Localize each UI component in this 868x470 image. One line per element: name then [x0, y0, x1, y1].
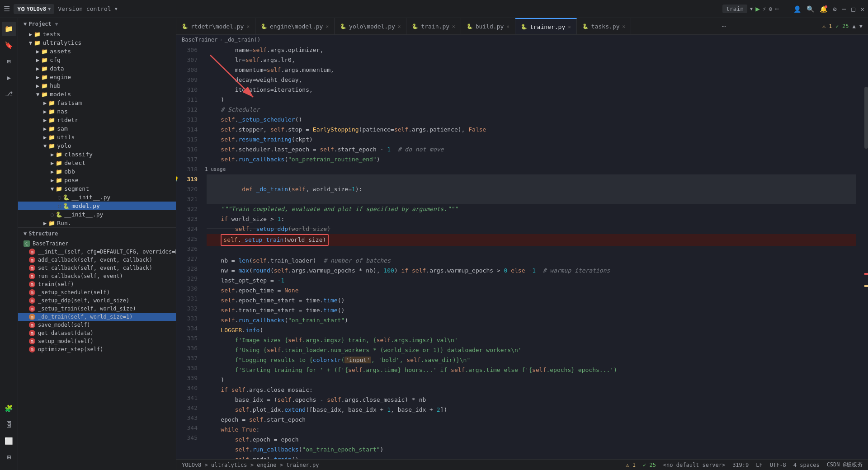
- tree-item-assets[interactable]: ▶ 📁 assets: [18, 47, 176, 56]
- tree-item-pose[interactable]: ▶ 📁 pose: [18, 176, 176, 184]
- structure-setup-ddp[interactable]: m _setup_ddp(self, world_size): [18, 296, 176, 305]
- tree-item-segment[interactable]: ▼ 📁 segment: [18, 184, 176, 193]
- top-icons: 👤 🔍 🔔 ⚙ ─ □ ✕: [793, 5, 864, 13]
- code-line-316: self.scheduler.last_epoch = self.start_e…: [207, 145, 856, 155]
- tab-train-py[interactable]: 🐍 train.py ✕: [406, 18, 461, 34]
- user-icon[interactable]: 👤: [793, 5, 801, 13]
- close-button[interactable]: ✕: [861, 5, 864, 13]
- tab-engine-model[interactable]: 🐍 engine\model.py ✕: [255, 18, 335, 34]
- minimize-button[interactable]: ─: [842, 5, 846, 13]
- engine-link[interactable]: engine: [257, 462, 276, 468]
- python-file-icon: 🐍: [261, 24, 267, 29]
- tree-item-init-py-1[interactable]: ○ 🐍 __init__.py: [18, 193, 176, 202]
- sidebar-item-git[interactable]: ⎇: [2, 87, 16, 101]
- tab-rtdetr-model[interactable]: 🐍 rtdetr\model.py ✕: [176, 18, 255, 34]
- run-button[interactable]: ▶: [755, 5, 760, 13]
- version-control-btn[interactable]: Version control: [58, 5, 111, 12]
- structure-base-trainer[interactable]: C BaseTrainer: [18, 240, 176, 248]
- tab-yolo-model[interactable]: 🐍 yolo\model.py ✕: [335, 18, 406, 34]
- code-line-340: self.plot_idx.extend([base_idx, base_idx…: [207, 405, 856, 415]
- tree-item-yolo[interactable]: ▼ 📁 yolo: [18, 141, 176, 150]
- tree-item-detect[interactable]: ▶ 📁 detect: [18, 159, 176, 167]
- tab-close-icon[interactable]: ✕: [452, 24, 455, 29]
- structure-train[interactable]: m train(self): [18, 280, 176, 288]
- tree-item-data[interactable]: ▶ 📁 data: [18, 64, 176, 73]
- tab-close-icon[interactable]: ✕: [246, 24, 250, 29]
- tree-item-rtdetr[interactable]: ▶ 📁 rtdetr: [18, 116, 176, 124]
- tab-trainer-py[interactable]: 🐍 trainer.py ✕: [515, 18, 577, 34]
- status-indent[interactable]: 4 spaces: [793, 462, 820, 468]
- tree-item-init-py-2[interactable]: ○ 🐍 __init__.py: [18, 210, 176, 219]
- tab-close-icon[interactable]: ✕: [326, 24, 329, 29]
- structure-setup-model[interactable]: m setup_model(self): [18, 337, 176, 345]
- sidebar-item-terminal[interactable]: ⬜: [2, 434, 16, 448]
- tree-item-obb[interactable]: ▶ 📁 obb: [18, 167, 176, 176]
- project-panel-header[interactable]: ▼ Project ▼: [18, 18, 176, 30]
- structure-setup-scheduler[interactable]: m _setup_scheduler(self): [18, 288, 176, 296]
- tabs-more-button[interactable]: ⋯: [717, 23, 731, 30]
- status-encoding[interactable]: UTF-8: [770, 462, 786, 468]
- structure-init[interactable]: m __init__(self, cfg=DEFAULT_CFG, overri…: [18, 248, 176, 256]
- maximize-button[interactable]: □: [851, 5, 855, 13]
- status-lf[interactable]: LF: [756, 462, 762, 468]
- structure-panel: ▼ Structure C BaseTrainer m __init__(sel…: [18, 227, 176, 357]
- structure-setup-train[interactable]: m _setup_train(self, world_size): [18, 305, 176, 313]
- structure-optimizer-step[interactable]: m optimizer_step(self): [18, 345, 176, 353]
- profile-icon[interactable]: ⚙: [769, 5, 773, 12]
- tab-close-icon[interactable]: ✕: [398, 24, 401, 29]
- tab-label: train.py: [421, 23, 449, 30]
- debug-icon[interactable]: ⚡: [763, 5, 766, 12]
- tree-item-tests[interactable]: ▶ 📁 tests: [18, 30, 176, 38]
- chevron-down-icon[interactable]: ▼: [859, 23, 863, 29]
- hamburger-menu[interactable]: ☰: [4, 5, 10, 13]
- tab-close-icon[interactable]: ✕: [568, 24, 571, 30]
- structure-get-dataset[interactable]: m get_dataset(data): [18, 329, 176, 337]
- structure-run-callbacks[interactable]: m run_callbacks(self, event): [18, 272, 176, 280]
- structure-set-callback[interactable]: m set_callback(self, event, callback): [18, 264, 176, 272]
- chevron-down-icon[interactable]: ▼: [750, 6, 753, 11]
- right-scrollbar-gutter[interactable]: [862, 45, 868, 459]
- more-icon[interactable]: ⋯: [775, 5, 778, 12]
- tree-item-model-py[interactable]: ○ 🐍 model.py: [18, 202, 176, 210]
- structure-save-model[interactable]: m save_model(self): [18, 321, 176, 329]
- tab-tasks-py[interactable]: 🐍 tasks.py ✕: [577, 18, 631, 34]
- trainer-link[interactable]: trainer.py: [286, 462, 319, 468]
- tree-item-utils[interactable]: ▶ 📁 utils: [18, 133, 176, 141]
- tree-item-fastsam[interactable]: ▶ 📁 fastsam: [18, 99, 176, 107]
- chevron-down-icon[interactable]: ▼: [48, 6, 51, 11]
- structure-panel-header[interactable]: ▼ Structure: [18, 228, 176, 240]
- yolov8-link[interactable]: YOLOv8: [182, 462, 201, 468]
- sidebar-item-project[interactable]: 📁: [2, 22, 16, 36]
- chevron-down-icon[interactable]: ▼: [115, 6, 118, 11]
- code-content[interactable]: 1 usage name=self.args.optimizer, lr=sel…: [201, 45, 862, 459]
- structure-add-callback[interactable]: m add_callback(self, event, callback): [18, 256, 176, 264]
- tree-item-models[interactable]: ▼ 📁 models: [18, 90, 176, 99]
- tree-item-ultralytics[interactable]: ▼ 📁 ultralytics: [18, 38, 176, 47]
- status-file-path: YOLOv8 > ultralytics > engine > trainer.…: [182, 462, 319, 468]
- tree-item-nas[interactable]: ▶ 📁 nas: [18, 107, 176, 116]
- tree-item-cfg[interactable]: ▶ 📁 cfg: [18, 56, 176, 64]
- search-icon[interactable]: 🔍: [807, 5, 814, 13]
- sidebar-item-plugins[interactable]: 🧩: [2, 401, 16, 416]
- chevron-up-icon[interactable]: ▲: [853, 23, 856, 29]
- tree-item-sam[interactable]: ▶ 📁 sam: [18, 124, 176, 133]
- ultralytics-link[interactable]: ultralytics: [211, 462, 247, 468]
- tree-item-classify[interactable]: ▶ 📁 classify: [18, 150, 176, 159]
- tab-close-icon[interactable]: ✕: [506, 24, 509, 29]
- tab-build-py[interactable]: 🐍 build.py ✕: [461, 18, 515, 34]
- settings-icon[interactable]: ⚙: [833, 5, 836, 13]
- sidebar-item-structure[interactable]: ⊞: [2, 450, 16, 465]
- tree-item-hub[interactable]: ▶ 📁 hub: [18, 81, 176, 90]
- tree-item-run[interactable]: ▶ 📁 Run.: [18, 219, 176, 227]
- tab-close-icon[interactable]: ✕: [622, 24, 625, 29]
- tree-item-engine[interactable]: ▶ 📁 engine: [18, 73, 176, 81]
- sidebar-item-run[interactable]: ▶: [2, 70, 16, 85]
- structure-do-train[interactable]: m _do_train(self, world_size=1): [18, 313, 176, 321]
- sidebar-item-search[interactable]: ⊞: [2, 54, 16, 69]
- breadcrumb-do-train[interactable]: _do_train(): [225, 37, 260, 43]
- sidebar-item-bookmarks[interactable]: 🔖: [2, 38, 16, 52]
- notification-bell-icon[interactable]: 🔔: [820, 5, 827, 13]
- breadcrumb-base-trainer[interactable]: BaseTrainer: [182, 37, 217, 43]
- sidebar-item-database[interactable]: 🗄: [2, 418, 16, 432]
- code-line-330: self.train_time_start = time.time(): [207, 306, 856, 315]
